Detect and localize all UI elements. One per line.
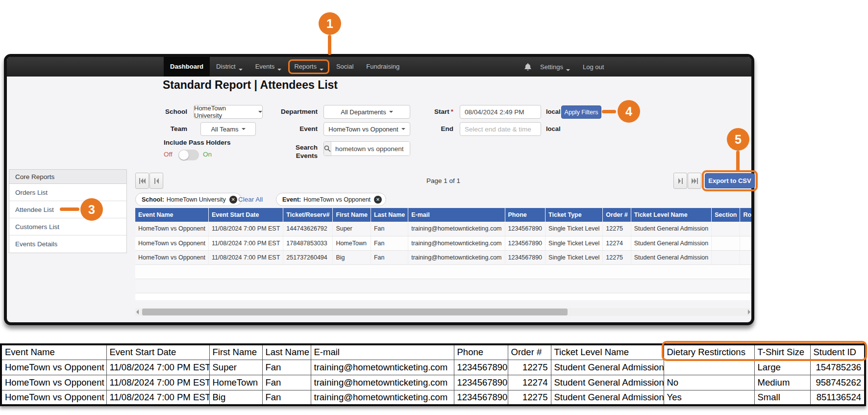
nav-tab-events-label: Events bbox=[255, 63, 275, 70]
search-events-label-line1: Search bbox=[237, 143, 318, 152]
department-label: Department bbox=[237, 108, 318, 115]
core-reports-panel: Core Reports Orders List Attendee List C… bbox=[9, 169, 127, 253]
apply-filters-button[interactable]: Apply Filters bbox=[561, 105, 601, 119]
csv-header-row: Event Name Event Start Date First Name L… bbox=[1, 344, 865, 360]
col-phone: Phone bbox=[505, 208, 546, 222]
clear-all-link[interactable]: Clear All bbox=[238, 196, 263, 203]
cell-row bbox=[740, 236, 751, 250]
col-ticket-reserv: Ticket/Reserv# bbox=[283, 208, 333, 222]
csv-row: HomeTown vs Opponent 11/08/2024 7:00 PM … bbox=[1, 360, 865, 375]
csv-col-tshirt-size: T-Shirt Size bbox=[754, 344, 810, 360]
cell-last-name: Fan bbox=[371, 250, 408, 264]
col-first-name: First Name bbox=[333, 208, 371, 222]
cell-event-start: 11/08/2024 7:00 PM EST bbox=[208, 222, 283, 236]
nav-tab-district[interactable]: District bbox=[210, 57, 249, 77]
horizontal-scrollbar[interactable] bbox=[135, 308, 751, 316]
nav-tab-dashboard[interactable]: Dashboard bbox=[164, 57, 210, 77]
nav-logout[interactable]: Log out bbox=[579, 63, 608, 71]
col-section: Section bbox=[712, 208, 740, 222]
cell-ticket-level: Student General Admission bbox=[631, 250, 711, 264]
first-page-button[interactable] bbox=[135, 173, 149, 189]
cell-email: training@hometownticketing.com bbox=[408, 236, 505, 250]
next-page-button[interactable] bbox=[673, 173, 687, 189]
csv-cell-event-name: HomeTown vs Opponent bbox=[1, 360, 106, 375]
nav-right-group: Settings Log out bbox=[524, 57, 608, 77]
cell-first-name: Super bbox=[333, 222, 371, 236]
order-number-link[interactable]: 12275 bbox=[603, 222, 631, 236]
scroll-left-icon[interactable] bbox=[136, 310, 139, 314]
end-date-input[interactable] bbox=[460, 122, 541, 136]
cell-ticket-type: Single Ticket Level bbox=[546, 236, 603, 250]
start-local-label: local bbox=[546, 108, 561, 115]
csv-cell-event-name: HomeTown vs Opponent bbox=[1, 375, 106, 390]
csv-cell-order: 12274 bbox=[508, 375, 551, 390]
sidebar-item-orders-list[interactable]: Orders List bbox=[9, 184, 126, 201]
team-dropdown-value: All Teams bbox=[211, 126, 238, 133]
cell-section bbox=[712, 250, 740, 264]
prev-page-button[interactable] bbox=[149, 173, 163, 189]
col-order: Order # bbox=[603, 208, 631, 222]
chip-remove-icon[interactable]: ✕ bbox=[374, 196, 382, 204]
order-number-link[interactable]: 12275 bbox=[603, 250, 631, 264]
csv-cell-phone: 1234567890 bbox=[454, 390, 508, 405]
cell-event-start: 11/08/2024 7:00 PM EST bbox=[208, 250, 283, 264]
chip-remove-icon[interactable]: ✕ bbox=[229, 196, 237, 204]
cell-ticket-type: Single Ticket Level bbox=[546, 250, 603, 264]
cell-last-name: Fan bbox=[371, 222, 408, 236]
csv-col-order: Order # bbox=[508, 344, 551, 360]
app-window: Dashboard District Events Reports Social… bbox=[4, 54, 754, 325]
sidebar-item-events-details[interactable]: Events Details bbox=[9, 235, 126, 253]
cell-ticket-reserv: 178487853033 bbox=[283, 236, 333, 250]
table-row: HomeTown vs Opponent 11/08/2024 7:00 PM … bbox=[135, 250, 751, 264]
csv-cell-student-id: 154785236 bbox=[810, 360, 865, 375]
csv-row: HomeTown vs Opponent 11/08/2024 7:00 PM … bbox=[1, 375, 865, 390]
csv-col-event-name: Event Name bbox=[1, 344, 106, 360]
cell-email: training@hometownticketing.com bbox=[408, 222, 505, 236]
attendees-table-wrap: Event Name Event Start Date Ticket/Reser… bbox=[135, 208, 751, 300]
empty-row bbox=[135, 264, 751, 279]
filter-chip-event: Event: HomeTown vs Opponent ✕ bbox=[276, 193, 386, 206]
search-events-input[interactable] bbox=[331, 142, 410, 156]
csv-cell-dietary: No bbox=[664, 375, 754, 390]
csv-col-student-id: Student ID bbox=[810, 344, 865, 360]
last-page-button[interactable] bbox=[688, 173, 701, 189]
annotation-line-3 bbox=[60, 208, 79, 211]
cell-row bbox=[740, 222, 751, 236]
csv-col-ticket-level-name: Ticket Level Name bbox=[551, 344, 664, 360]
sidebar-item-customers-list[interactable]: Customers List bbox=[9, 218, 126, 235]
csv-cell-event-start: 11/08/2024 7:00 PM EST bbox=[106, 390, 209, 405]
nav-tab-reports[interactable]: Reports bbox=[288, 57, 330, 77]
end-local-label: local bbox=[546, 125, 561, 132]
school-label: School bbox=[120, 108, 187, 115]
scroll-right-icon[interactable] bbox=[748, 310, 750, 314]
col-ticket-type: Ticket Type bbox=[546, 208, 603, 222]
pass-holders-toggle[interactable] bbox=[178, 150, 199, 160]
chip-event-label: Event: bbox=[282, 196, 301, 203]
annotation-badge-1: 1 bbox=[319, 12, 341, 35]
scrollbar-thumb[interactable] bbox=[142, 309, 568, 315]
caret-down-icon bbox=[389, 111, 393, 115]
nav-tab-fundraising[interactable]: Fundraising bbox=[360, 57, 406, 77]
top-navbar: Dashboard District Events Reports Social… bbox=[7, 57, 751, 77]
csv-cell-email: training@hometownticketing.com bbox=[311, 390, 454, 405]
page-title: Standard Report | Attendees List bbox=[163, 78, 338, 92]
nav-tab-social[interactable]: Social bbox=[330, 57, 360, 77]
export-to-csv-button[interactable]: Export to CSV bbox=[705, 173, 755, 188]
csv-cell-order: 12275 bbox=[508, 390, 551, 405]
core-reports-header: Core Reports bbox=[9, 170, 126, 184]
nav-settings[interactable]: Settings bbox=[536, 63, 574, 71]
cell-phone: 1234567890 bbox=[505, 250, 546, 264]
nav-settings-label: Settings bbox=[540, 63, 563, 71]
csv-cell-event-name: HomeTown vs Opponent bbox=[1, 390, 106, 405]
nav-menu: Dashboard District Events Reports Social… bbox=[164, 57, 406, 77]
start-date-input[interactable] bbox=[460, 105, 541, 119]
csv-cell-last-name: Fan bbox=[262, 375, 311, 390]
cell-ticket-level: Student General Admission bbox=[631, 222, 711, 236]
bell-icon[interactable] bbox=[524, 63, 531, 71]
order-number-link[interactable]: 12274 bbox=[603, 236, 631, 250]
screenshot-stage: Dashboard District Events Reports Social… bbox=[0, 0, 868, 415]
department-dropdown-value: All Departments bbox=[341, 108, 386, 116]
nav-tab-events[interactable]: Events bbox=[249, 57, 288, 77]
toggle-knob bbox=[179, 150, 189, 160]
event-dropdown-value: HomeTown vs Opponent bbox=[328, 126, 398, 133]
